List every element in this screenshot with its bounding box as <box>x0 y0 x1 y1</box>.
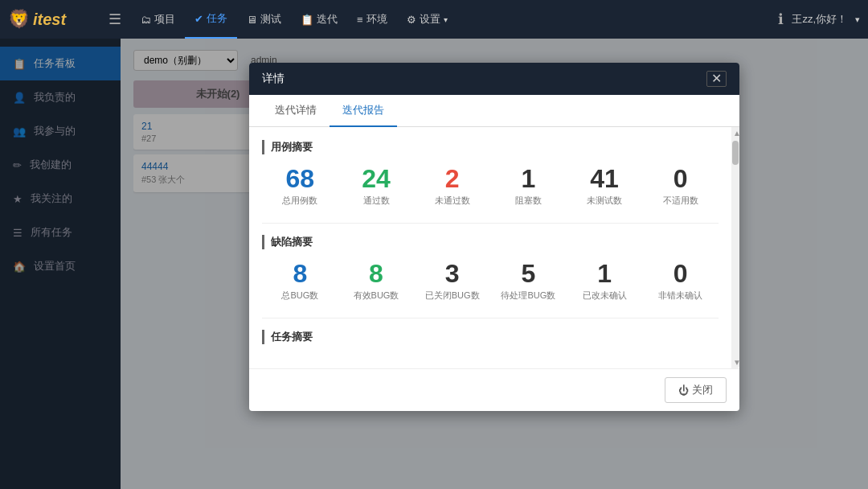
stat-value-untested: 41 <box>567 166 643 191</box>
modal-close-button[interactable]: ✕ <box>706 71 727 87</box>
stat-closed-bug: 3 已关闭BUG数 <box>414 261 490 302</box>
section-title-task: 任务摘要 <box>262 330 719 344</box>
iteration-icon: 📋 <box>301 14 313 26</box>
nav-label-iteration: 迭代 <box>317 12 338 27</box>
task-summary-title-text: 任务摘要 <box>271 330 313 344</box>
settings-arrow-icon: ▾ <box>444 15 448 24</box>
scroll-down-arrow[interactable]: ▼ <box>731 356 739 368</box>
logo: 🦁 itest <box>8 9 92 30</box>
stat-label-valid-bug: 有效BUG数 <box>338 290 415 302</box>
stat-label-na: 不适用数 <box>642 195 719 207</box>
stat-value-closed-bug: 3 <box>414 261 490 286</box>
stat-valid-bug: 8 有效BUG数 <box>338 261 415 302</box>
section-defect: 缺陷摘要 8 总BUG数 8 有效BUG数 3 已关闭BU <box>262 235 719 302</box>
modal-header: 详情 ✕ <box>249 63 739 95</box>
modal: 详情 ✕ 迭代详情 迭代报告 用例摘要 <box>249 63 739 411</box>
nav-item-test[interactable]: 🖥 测试 <box>237 0 291 39</box>
stat-label-total: 总用例数 <box>262 195 338 207</box>
stat-label-pending-bug: 待处理BUG数 <box>490 290 567 302</box>
stat-unconfirmed-bug: 1 已改未确认 <box>567 261 643 302</box>
logo-text: itest <box>33 10 66 29</box>
tab-label-iteration-report: 迭代报告 <box>342 104 384 116</box>
close-modal-button[interactable]: ⏻ 关闭 <box>665 377 727 403</box>
stat-value-na: 0 <box>642 166 719 191</box>
stat-label-failed: 未通过数 <box>414 195 490 207</box>
nav-label-test: 测试 <box>260 12 281 27</box>
defect-title-text: 缺陷摘要 <box>271 235 313 249</box>
stat-value-not-error: 0 <box>642 261 719 286</box>
stat-na-cases: 0 不适用数 <box>642 166 719 207</box>
settings-icon: ⚙ <box>407 14 416 26</box>
nav-item-iteration[interactable]: 📋 迭代 <box>291 0 347 39</box>
scroll-up-arrow[interactable]: ▲ <box>731 127 739 139</box>
stat-value-total-bug: 8 <box>262 261 338 286</box>
section-task: 任务摘要 <box>262 330 719 344</box>
stat-value-passed: 24 <box>338 166 415 191</box>
tab-iteration-detail[interactable]: 迭代详情 <box>262 95 330 127</box>
stat-passed-cases: 24 通过数 <box>338 166 415 207</box>
nav-item-project[interactable]: 🗂 项目 <box>131 0 185 39</box>
stat-label-passed: 通过数 <box>338 195 415 207</box>
stat-label-blocked: 阻塞数 <box>490 195 567 207</box>
modal-inner: 用例摘要 68 总用例数 24 通过数 2 未通过数 <box>249 127 739 368</box>
modal-title: 详情 <box>262 72 285 86</box>
nav-label-settings: 设置 <box>420 12 440 27</box>
stat-value-unconfirmed: 1 <box>567 261 643 286</box>
logo-icon: 🦁 <box>8 9 30 30</box>
test-icon: 🖥 <box>247 14 257 26</box>
tab-iteration-report[interactable]: 迭代报告 <box>330 95 397 127</box>
use-case-title-text: 用例摘要 <box>271 140 313 154</box>
section-title-defect: 缺陷摘要 <box>262 235 719 249</box>
stat-value-blocked: 1 <box>490 166 567 191</box>
stat-failed-cases: 2 未通过数 <box>414 166 490 207</box>
stat-label-not-error: 非错未确认 <box>642 290 719 302</box>
user-label[interactable]: 王zz,你好！ <box>792 12 847 27</box>
section-use-case: 用例摘要 68 总用例数 24 通过数 2 未通过数 <box>262 140 719 207</box>
stat-blocked-cases: 1 阻塞数 <box>490 166 567 207</box>
modal-scrollbar[interactable]: ▲ ▼ <box>731 127 739 368</box>
info-icon[interactable]: ℹ <box>778 10 784 28</box>
nav-item-settings[interactable]: ⚙ 设置 ▾ <box>397 0 457 39</box>
stat-label-closed-bug: 已关闭BUG数 <box>414 290 490 302</box>
hamburger-button[interactable]: ☰ <box>99 10 131 28</box>
stat-untested-cases: 41 未测试数 <box>567 166 643 207</box>
stat-total-cases: 68 总用例数 <box>262 166 338 207</box>
stat-label-total-bug: 总BUG数 <box>262 290 338 302</box>
topnav: 🦁 itest ☰ 🗂 项目 ✔ 任务 🖥 测试 📋 迭代 ≡ 环境 ⚙ 设置 … <box>0 0 868 39</box>
stat-label-unconfirmed: 已改未确认 <box>567 290 643 302</box>
close-modal-label: 关闭 <box>692 383 713 397</box>
stat-not-error-bug: 0 非错未确认 <box>642 261 719 302</box>
stat-label-untested: 未测试数 <box>567 195 643 207</box>
defect-stats-row: 8 总BUG数 8 有效BUG数 3 已关闭BUG数 5 <box>262 261 719 302</box>
divider-2 <box>262 318 719 318</box>
user-arrow-icon[interactable]: ▾ <box>855 14 860 25</box>
stat-value-valid-bug: 8 <box>338 261 415 286</box>
section-title-use-case: 用例摘要 <box>262 140 719 154</box>
project-icon: 🗂 <box>141 14 151 26</box>
nav-label-env: 环境 <box>366 12 387 27</box>
nav-item-env[interactable]: ≡ 环境 <box>347 0 397 39</box>
stat-total-bug: 8 总BUG数 <box>262 261 338 302</box>
stat-value-pending-bug: 5 <box>490 261 567 286</box>
nav-label-task: 任务 <box>207 11 227 26</box>
task-icon: ✔ <box>194 13 203 25</box>
tab-label-iteration-detail: 迭代详情 <box>275 104 317 116</box>
use-case-stats-row: 68 总用例数 24 通过数 2 未通过数 1 <box>262 166 719 207</box>
stat-pending-bug: 5 待处理BUG数 <box>490 261 567 302</box>
modal-overlay: 详情 ✕ 迭代详情 迭代报告 用例摘要 <box>0 39 868 489</box>
modal-footer: ⏻ 关闭 <box>249 368 739 411</box>
modal-content-area: 用例摘要 68 总用例数 24 通过数 2 未通过数 <box>249 127 731 368</box>
stat-value-failed: 2 <box>414 166 490 191</box>
env-icon: ≡ <box>357 14 363 26</box>
nav-label-project: 项目 <box>154 12 175 27</box>
scrollbar-thumb[interactable] <box>732 141 739 165</box>
nav-item-task[interactable]: ✔ 任务 <box>185 0 237 39</box>
close-modal-power-icon: ⏻ <box>678 384 689 397</box>
modal-tabs: 迭代详情 迭代报告 <box>249 95 739 127</box>
stat-value-total: 68 <box>262 166 338 191</box>
topnav-right: ℹ 王zz,你好！ ▾ <box>778 10 860 28</box>
divider-1 <box>262 223 719 224</box>
